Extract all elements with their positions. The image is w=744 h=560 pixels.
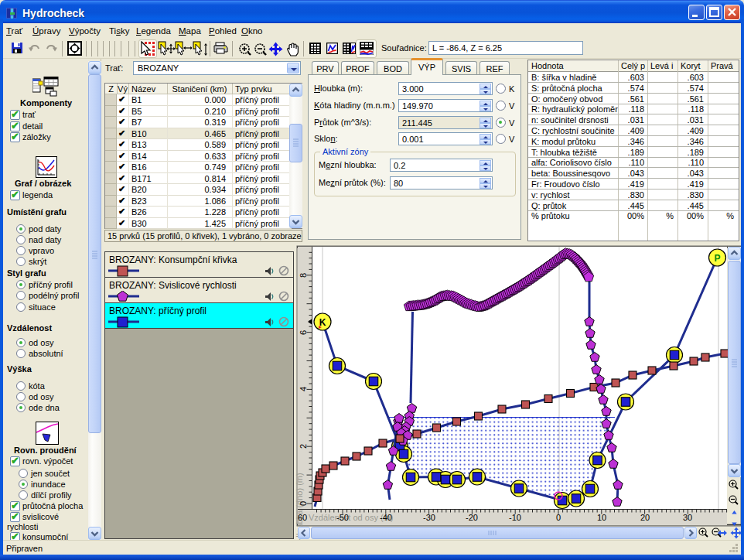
svg-text:0: 0 xyxy=(556,513,561,522)
svg-text:0: 0 xyxy=(299,501,308,506)
svg-text:4: 4 xyxy=(299,387,308,391)
svg-text:60: 60 xyxy=(298,513,307,522)
svg-text:10: 10 xyxy=(597,513,606,522)
svg-text:30: 30 xyxy=(683,513,692,522)
svg-text:6: 6 xyxy=(299,330,308,335)
svg-text:-30: -30 xyxy=(423,513,435,522)
svg-text:8: 8 xyxy=(299,273,308,278)
svg-text:20: 20 xyxy=(640,513,650,522)
svg-text:-40: -40 xyxy=(380,513,392,522)
svg-text:-50: -50 xyxy=(336,513,349,522)
svg-text:-20: -20 xyxy=(466,513,478,522)
svg-text:P: P xyxy=(714,253,720,264)
svg-text:K: K xyxy=(319,317,326,328)
svg-text:2: 2 xyxy=(299,444,308,449)
svg-text:-10: -10 xyxy=(509,513,521,522)
